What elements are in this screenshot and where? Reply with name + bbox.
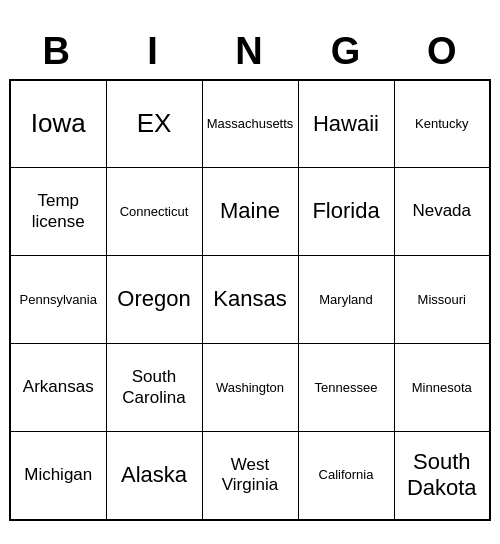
bingo-header-letter: G <box>298 24 394 79</box>
cell-r1-c4: Nevada <box>394 168 490 256</box>
cell-r4-c3: California <box>298 432 394 520</box>
cell-r0-c3: Hawaii <box>298 80 394 168</box>
cell-r2-c4: Missouri <box>394 256 490 344</box>
cell-r0-c2: Massachusetts <box>202 80 298 168</box>
cell-r0-c0: Iowa <box>10 80 106 168</box>
bingo-header-letter: O <box>395 24 491 79</box>
cell-r3-c1: SouthCarolina <box>106 344 202 432</box>
bingo-grid: IowaEXMassachusettsHawaiiKentuckyTemplic… <box>9 79 491 521</box>
cell-r2-c1: Oregon <box>106 256 202 344</box>
cell-r1-c1: Connecticut <box>106 168 202 256</box>
cell-r2-c0: Pennsylvania <box>10 256 106 344</box>
bingo-header-letter: N <box>202 24 298 79</box>
cell-r1-c3: Florida <box>298 168 394 256</box>
bingo-header-letter: I <box>105 24 201 79</box>
cell-r4-c0: Michigan <box>10 432 106 520</box>
bingo-header-letter: B <box>9 24 105 79</box>
cell-r4-c1: Alaska <box>106 432 202 520</box>
cell-r4-c2: WestVirginia <box>202 432 298 520</box>
cell-r3-c2: Washington <box>202 344 298 432</box>
cell-r3-c3: Tennessee <box>298 344 394 432</box>
cell-r4-c4: SouthDakota <box>394 432 490 520</box>
cell-r2-c2: Kansas <box>202 256 298 344</box>
cell-r1-c2: Maine <box>202 168 298 256</box>
cell-r3-c0: Arkansas <box>10 344 106 432</box>
cell-r0-c1: EX <box>106 80 202 168</box>
cell-r3-c4: Minnesota <box>394 344 490 432</box>
cell-r1-c0: Templicense <box>10 168 106 256</box>
bingo-header: BINGO <box>9 24 491 79</box>
cell-r2-c3: Maryland <box>298 256 394 344</box>
cell-r0-c4: Kentucky <box>394 80 490 168</box>
